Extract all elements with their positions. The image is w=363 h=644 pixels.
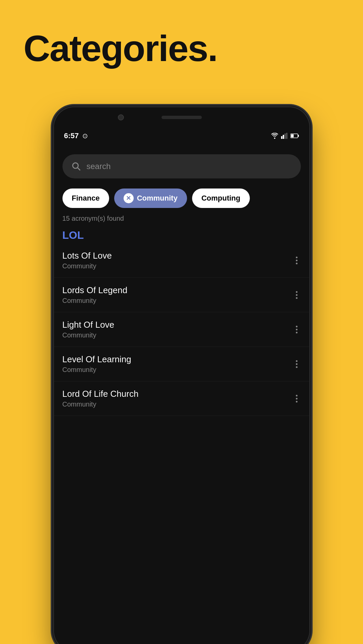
at-icon: ⊙ — [82, 132, 88, 140]
list-item-content: Level Of Learning Community — [62, 354, 292, 374]
list-item[interactable]: Light Of Love Community — [54, 312, 309, 347]
svg-rect-1 — [283, 135, 284, 139]
search-icon — [71, 161, 82, 172]
more-options-button[interactable] — [292, 359, 301, 370]
chip-computing[interactable]: Computing — [192, 189, 250, 208]
list-item-subtitle: Community — [62, 366, 292, 374]
list-item-content: Lord Of Life Church Community — [62, 389, 292, 408]
svg-rect-3 — [286, 133, 287, 139]
list-item-title: Lord Of Life Church — [62, 389, 292, 399]
chip-finance[interactable]: Finance — [62, 189, 109, 208]
list-item-subtitle: Community — [62, 400, 292, 408]
list-item-content: Lords Of Legend Community — [62, 285, 292, 305]
search-placeholder: search — [87, 162, 111, 171]
list-item-title: Lords Of Legend — [62, 285, 292, 296]
more-options-button[interactable] — [292, 289, 301, 301]
list-item-subtitle: Community — [62, 331, 292, 339]
page-title: Categories. — [24, 27, 217, 69]
list-item-content: Light Of Love Community — [62, 320, 292, 339]
status-bar: 6:57 ⊙ — [54, 127, 309, 144]
more-options-button[interactable] — [292, 255, 301, 266]
speaker — [162, 116, 202, 119]
status-time: 6:57 — [64, 131, 79, 140]
camera — [118, 114, 124, 120]
phone-screen: search Finance ✕ Community Computing 15 … — [54, 144, 309, 644]
more-options-button[interactable] — [292, 393, 301, 404]
list-item-title: Level Of Learning — [62, 354, 292, 365]
battery-icon — [290, 133, 299, 138]
list-item[interactable]: Level Of Learning Community — [54, 347, 309, 381]
phone-top-bar — [54, 107, 309, 127]
power-button — [309, 248, 312, 275]
chip-community[interactable]: ✕ Community — [114, 189, 187, 208]
svg-rect-0 — [281, 136, 282, 139]
list-item[interactable]: Lords Of Legend Community — [54, 278, 309, 312]
svg-rect-2 — [284, 133, 286, 139]
chip-close-icon[interactable]: ✕ — [124, 193, 134, 203]
volume-up-button — [51, 235, 54, 268]
result-count: 15 acronym(s) found — [54, 211, 309, 224]
volume-down-button — [51, 275, 54, 309]
svg-rect-6 — [291, 135, 293, 138]
list-item-title: Lots Of Love — [62, 251, 292, 261]
svg-point-7 — [73, 163, 78, 168]
status-right-icons — [271, 133, 299, 139]
svg-rect-5 — [298, 135, 299, 137]
wifi-icon — [271, 133, 278, 139]
svg-line-8 — [78, 168, 80, 170]
silent-button — [51, 208, 54, 226]
list-item[interactable]: Lord Of Life Church Community — [54, 381, 309, 416]
list-item[interactable]: Lots Of Love Community — [54, 243, 309, 278]
more-options-button[interactable] — [292, 324, 301, 335]
signal-icon — [281, 133, 288, 139]
search-bar[interactable]: search — [62, 154, 301, 178]
phone-mockup: 6:57 ⊙ — [54, 107, 309, 644]
acronym-header: LOL — [54, 224, 309, 243]
list-item-subtitle: Community — [62, 297, 292, 305]
phone-frame: 6:57 ⊙ — [54, 107, 309, 644]
list-item-subtitle: Community — [62, 262, 292, 270]
list-item-content: Lots Of Love Community — [62, 251, 292, 270]
filter-chips: Finance ✕ Community Computing — [54, 185, 309, 211]
list-item-title: Light Of Love — [62, 320, 292, 330]
